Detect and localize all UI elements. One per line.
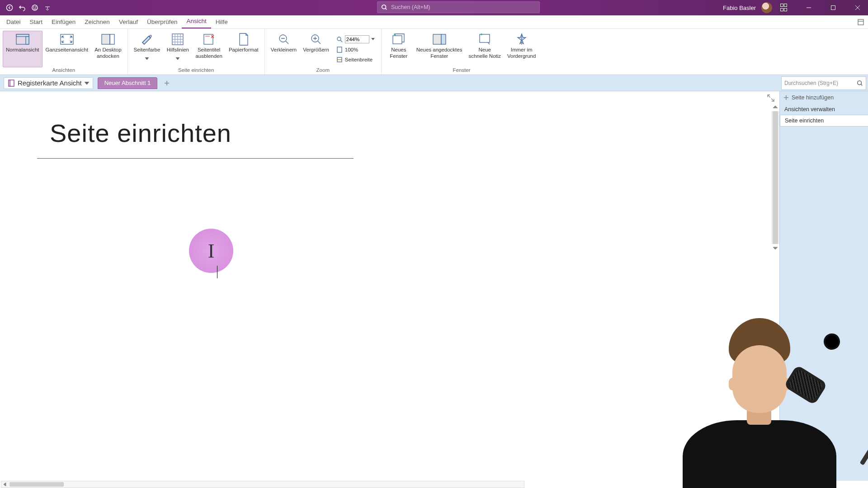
ganzseitenansicht-button[interactable]: Ganzseitenansicht — [42, 31, 92, 67]
neues-fenster-icon — [392, 33, 406, 46]
app-launcher-icon[interactable] — [780, 4, 788, 12]
zoom-in-icon — [309, 33, 323, 46]
tab-start[interactable]: Start — [25, 16, 47, 28]
hilfslinien-button[interactable]: Hilfslinien — [163, 31, 192, 67]
scroll-thumb[interactable] — [773, 111, 778, 244]
highlight-marker: I — [189, 229, 233, 273]
svg-point-4 — [382, 5, 386, 9]
normalansicht-label: Normalansicht — [6, 47, 39, 53]
scroll-down-icon[interactable] — [771, 244, 779, 252]
notebook-name: Registerkarte Ansicht — [18, 79, 82, 87]
zoom-percent-row[interactable] — [334, 34, 377, 44]
svg-rect-12 — [110, 34, 114, 44]
tab-einfuegen[interactable]: Einfügen — [47, 16, 80, 28]
tab-zeichnen[interactable]: Zeichnen — [80, 16, 114, 28]
notebook-dropdown[interactable]: Registerkarte Ansicht — [4, 77, 93, 89]
back-icon[interactable] — [5, 4, 14, 12]
section-tab[interactable]: Neuer Abschnitt 1 — [98, 77, 158, 89]
vergroessern-button[interactable]: Vergrößern — [300, 31, 332, 67]
an-desktop-andocken-icon — [101, 33, 115, 46]
tab-ansicht[interactable]: Ansicht — [182, 15, 211, 28]
close-button[interactable] — [847, 0, 868, 15]
hilfslinien-icon — [170, 33, 185, 46]
neues-fenster-button[interactable]: Neues Fenster — [384, 31, 413, 67]
user-name[interactable]: Fabio Basler — [723, 5, 756, 11]
svg-rect-8 — [16, 34, 29, 37]
add-section-button[interactable] — [162, 78, 172, 88]
plus-icon — [783, 95, 789, 100]
normalansicht-button[interactable]: Normalansicht — [3, 31, 42, 67]
magnifier-icon — [336, 36, 343, 43]
ribbon: Normalansicht Ganzseitenansicht An Deskt… — [0, 29, 868, 75]
titlebar-search[interactable]: Suchen (Alt+M) — [377, 1, 540, 13]
seitenfarbe-label: Seitenfarbe — [134, 47, 160, 53]
papierformat-button[interactable]: Papierformat — [226, 31, 262, 67]
ribbon-group-seite-einrichten: Seitenfarbe Hilfslinien Seitentitel ausb… — [128, 29, 265, 75]
user-avatar[interactable] — [761, 2, 772, 13]
svg-rect-21 — [393, 36, 402, 44]
hscroll-thumb[interactable] — [9, 482, 64, 487]
svg-point-26 — [858, 81, 862, 85]
chevron-down-icon[interactable] — [371, 38, 375, 41]
page-canvas[interactable]: Seite einrichten I — [0, 91, 779, 481]
seitentitel-ausblenden-button[interactable]: Seitentitel ausblenden — [192, 31, 225, 67]
group-label-ansichten: Ansichten — [52, 67, 75, 74]
seitenfarbe-button[interactable]: Seitenfarbe — [131, 31, 164, 67]
zoom-100-row[interactable]: 100% — [334, 45, 377, 54]
tab-ueberpruefen[interactable]: Überprüfen — [142, 16, 182, 28]
ganzseitenansicht-icon — [60, 33, 74, 46]
page-search-input[interactable]: Durchsuchen (Strg+E) — [781, 76, 866, 90]
page-list-item[interactable]: Seite einrichten — [780, 115, 868, 127]
scroll-left-icon[interactable] — [1, 481, 9, 488]
neues-angedocktes-fenster-button[interactable]: Neues angedocktes Fenster — [413, 31, 466, 67]
seitentitel-ausblenden-label: Seitentitel ausblenden — [195, 47, 222, 60]
group-label-fenster: Fenster — [453, 67, 471, 74]
page-list-item[interactable]: Ansichten verwalten — [780, 104, 868, 115]
svg-point-18 — [337, 37, 341, 41]
group-label-zoom: Zoom — [316, 67, 330, 74]
fullscreen-toggle-icon[interactable] — [767, 94, 775, 102]
ganzseitenansicht-label: Ganzseitenansicht — [46, 47, 89, 53]
add-page-label: Seite hinzufügen — [792, 94, 834, 101]
immer-im-vordergrund-button[interactable]: Immer im Vordergrund — [504, 31, 539, 67]
svg-rect-5 — [831, 6, 835, 10]
an-desktop-andocken-button[interactable]: An Desktop andocken — [91, 31, 124, 67]
chevron-down-icon — [145, 54, 149, 62]
minimize-button[interactable] — [798, 0, 819, 15]
ribbon-group-ansichten: Normalansicht Ganzseitenansicht An Deskt… — [0, 29, 128, 75]
horizontal-scrollbar[interactable] — [1, 481, 524, 488]
svg-rect-23 — [441, 34, 446, 44]
immer-im-vordergrund-label: Immer im Vordergrund — [507, 47, 536, 60]
tab-hilfe[interactable]: Hilfe — [211, 16, 232, 28]
main-area: Seite einrichten I Seite hinzufügen Ansi… — [0, 91, 868, 481]
search-icon — [857, 80, 863, 86]
zoom-seitenbreite-row[interactable]: Seitenbreite — [334, 55, 377, 64]
tab-datei[interactable]: Datei — [2, 16, 25, 28]
chevron-down-icon — [176, 54, 179, 62]
svg-rect-10 — [61, 34, 73, 44]
vergroessern-label: Vergrößern — [303, 47, 329, 53]
page-width-icon — [336, 56, 343, 63]
maximize-button[interactable] — [823, 0, 844, 15]
ribbon-group-zoom: Verkleinern Vergrößern 100% Seitenb — [265, 29, 382, 75]
scroll-up-icon[interactable] — [771, 103, 779, 111]
verkleinern-button[interactable]: Verkleinern — [268, 31, 300, 67]
text-cursor-icon: I — [208, 239, 215, 263]
vertical-scrollbar[interactable] — [771, 103, 779, 252]
add-page-button[interactable]: Seite hinzufügen — [780, 91, 868, 104]
svg-point-0 — [7, 5, 13, 11]
zoom-percent-input[interactable] — [345, 35, 369, 43]
tab-verlauf[interactable]: Verlauf — [114, 16, 142, 28]
qat-customize-icon[interactable] — [43, 4, 52, 12]
neue-schnelle-notiz-label: Neue schnelle Notiz — [468, 47, 501, 60]
page-list-pane: Seite hinzufügen Ansichten verwalten Sei… — [779, 91, 868, 481]
page-title[interactable]: Seite einrichten — [50, 118, 231, 148]
emoji-icon[interactable] — [31, 4, 39, 12]
an-desktop-andocken-label: An Desktop andocken — [94, 47, 121, 60]
ribbon-collapse-icon[interactable] — [856, 18, 865, 26]
svg-rect-9 — [26, 37, 29, 44]
neue-schnelle-notiz-button[interactable]: Neue schnelle Notiz — [465, 31, 504, 67]
undo-icon[interactable] — [18, 4, 26, 12]
zoom-out-icon — [277, 33, 291, 46]
notebook-bar: Registerkarte Ansicht Neuer Abschnitt 1 … — [0, 75, 868, 91]
